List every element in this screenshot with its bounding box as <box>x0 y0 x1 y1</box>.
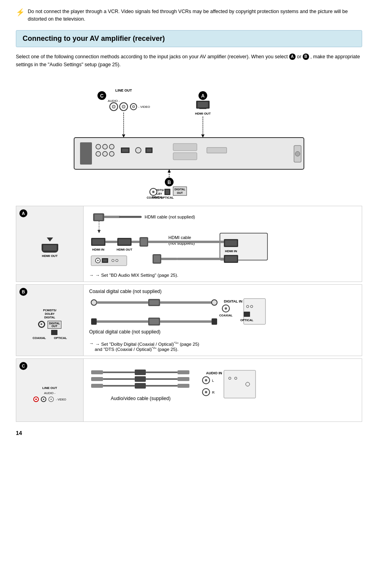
svg-text:A: A <box>201 93 205 99</box>
line-out-label-c: LINE OUT <box>42 386 57 390</box>
svg-marker-61 <box>97 230 101 233</box>
svg-text:- VIDEO: - VIDEO <box>138 105 150 109</box>
svg-text:C: C <box>100 93 104 99</box>
svg-text:L: L <box>212 379 214 383</box>
svg-rect-63 <box>92 239 104 245</box>
svg-point-48 <box>152 191 155 193</box>
svg-text:HDMI OUT: HDMI OUT <box>116 248 132 251</box>
svg-text:COAXIAL: COAXIAL <box>147 196 160 199</box>
svg-rect-69 <box>132 241 139 243</box>
label-circle-c: C <box>19 362 27 370</box>
svg-rect-92 <box>177 258 224 260</box>
svg-rect-31 <box>136 147 141 153</box>
svg-rect-65 <box>105 241 117 243</box>
connection-b-note2: and "DTS (Coaxial / Optical)*2" (page 25… <box>89 346 356 352</box>
connection-c-left: C LINE OUT AUDIO - <box>16 359 84 421</box>
digital-out-label-b: DIGITALOUT <box>48 321 61 329</box>
svg-rect-126 <box>103 385 135 387</box>
svg-rect-115 <box>91 370 103 374</box>
connection-a-svg: HDMI cable (not supplied) HDMI IN HDMI O… <box>89 210 295 270</box>
svg-point-101 <box>225 307 227 310</box>
svg-text:R: R <box>212 391 215 395</box>
svg-point-105 <box>250 305 253 308</box>
connection-a-right: HDMI cable (not supplied) HDMI IN HDMI O… <box>84 206 362 282</box>
svg-point-85 <box>112 259 114 262</box>
svg-rect-57 <box>104 216 120 218</box>
svg-text:DIGITAL: DIGITAL <box>174 188 185 191</box>
label-a-inline: A <box>289 54 296 60</box>
svg-text:OUT: OUT <box>177 192 183 194</box>
svg-rect-33 <box>147 149 151 152</box>
svg-rect-121 <box>103 378 135 380</box>
svg-point-104 <box>246 305 249 308</box>
svg-rect-50 <box>166 190 169 194</box>
page-number: 14 <box>16 430 362 436</box>
svg-text:HDMI IN: HDMI IN <box>225 249 237 253</box>
svg-rect-114 <box>212 318 217 325</box>
svg-rect-36 <box>207 147 227 153</box>
device-svg: C LINE OUT AUDIO - - VIDEO A HDMI OUT <box>50 75 328 202</box>
svg-rect-26 <box>96 151 101 156</box>
svg-rect-110 <box>97 320 148 323</box>
section-title: Connecting to your AV amplifier (receive… <box>23 34 355 43</box>
svg-rect-120 <box>91 377 103 381</box>
svg-text:HDMI cable: HDMI cable <box>168 235 191 240</box>
svg-rect-34 <box>173 144 197 151</box>
svg-text:HDMI cable (not supplied): HDMI cable (not supplied) <box>145 215 195 219</box>
svg-rect-129 <box>178 384 189 388</box>
optical-label-b: OPTICAL <box>54 336 67 340</box>
svg-marker-54 <box>168 169 171 172</box>
svg-rect-23 <box>96 144 101 149</box>
svg-rect-127 <box>135 383 146 389</box>
svg-text:Audio/video cable (supplied): Audio/video cable (supplied) <box>111 396 171 401</box>
svg-point-38 <box>295 151 300 156</box>
svg-text:AUDIO -: AUDIO - <box>108 99 120 103</box>
svg-rect-71 <box>141 238 147 245</box>
svg-rect-97 <box>160 301 212 304</box>
svg-point-7 <box>122 105 125 108</box>
svg-rect-119 <box>178 370 189 374</box>
connection-a-note: → → Set "BD Audio MIX Setting" (page 25)… <box>89 273 356 278</box>
svg-rect-88 <box>154 255 160 262</box>
svg-rect-117 <box>135 370 146 375</box>
connection-b-svg: DIGITAL IN COAXIAL OPTICAL or <box>89 297 267 328</box>
svg-point-86 <box>116 259 118 262</box>
svg-rect-27 <box>103 151 107 156</box>
device-diagram: C LINE OUT AUDIO - - VIDEO A HDMI OUT <box>16 75 362 202</box>
warning-text: Do not connect the player through a VCR.… <box>28 8 362 23</box>
svg-point-135 <box>205 391 207 393</box>
svg-marker-12 <box>122 134 125 138</box>
svg-text:OPTICAL: OPTICAL <box>161 196 174 199</box>
svg-rect-84 <box>103 259 107 262</box>
svg-rect-56 <box>95 215 103 220</box>
svg-rect-125 <box>91 384 103 388</box>
connection-row-a: A HDMI OUT HDMI cable (not supplied) <box>16 206 362 282</box>
connection-b-left: B PCM/DTS/DOLBYDIGITAL DIGITALOUT <box>16 285 84 356</box>
section-header: Connecting to your AV amplifier (receive… <box>16 30 362 47</box>
svg-rect-79 <box>168 241 224 243</box>
svg-rect-67 <box>118 239 130 245</box>
svg-text:AUDIO IN: AUDIO IN <box>206 371 222 375</box>
svg-rect-98 <box>212 300 217 305</box>
svg-point-139 <box>235 377 237 379</box>
svg-rect-109 <box>91 318 97 325</box>
svg-point-140 <box>246 382 250 386</box>
svg-point-132 <box>205 379 207 381</box>
svg-rect-28 <box>109 151 114 156</box>
svg-point-5 <box>112 105 115 108</box>
svg-rect-128 <box>146 385 178 387</box>
warning-section: ⚡ Do not connect the player through a VC… <box>16 8 362 23</box>
svg-rect-89 <box>161 258 177 260</box>
svg-point-9 <box>132 105 135 108</box>
svg-rect-30 <box>122 149 128 152</box>
connection-a-left: A HDMI OUT <box>16 206 84 282</box>
svg-rect-96 <box>149 300 159 305</box>
svg-rect-122 <box>135 376 146 382</box>
svg-text:HDMI IN: HDMI IN <box>92 248 105 251</box>
svg-rect-77 <box>225 240 237 246</box>
svg-text:DIGITAL IN: DIGITAL IN <box>224 299 242 303</box>
svg-rect-106 <box>244 312 250 317</box>
coaxial-cable-label: Coaxial digital cable (not supplied) <box>89 289 356 294</box>
label-b-inline: B <box>303 54 309 60</box>
svg-rect-17 <box>199 107 206 109</box>
